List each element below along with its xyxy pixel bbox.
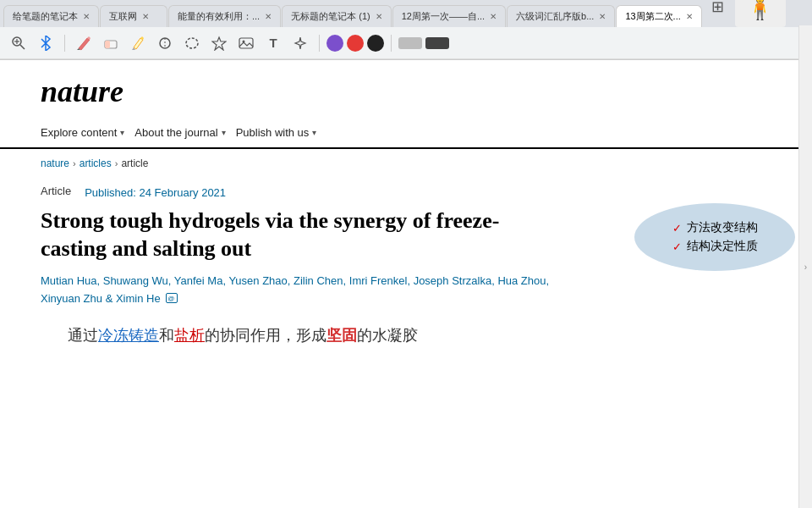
note-suffix: 的水凝胶 [357, 327, 418, 344]
annotation-text-2: 结构决定性质 [687, 239, 758, 254]
breadcrumb-nature[interactable]: nature [41, 157, 69, 169]
article-title: Strong tough hydrogels via the synergy o… [41, 207, 565, 262]
new-tab-button[interactable]: ⊞ [706, 0, 730, 19]
author-hua-zhou[interactable]: Hua Zhou [497, 274, 546, 287]
tab-1[interactable]: 给笔题的笔记本 ✕ [3, 5, 99, 27]
tab-7-label: 13周第二次... [625, 10, 680, 23]
page-content: nature Explore content ▾ About the journ… [0, 60, 812, 345]
nav-publish-with-us[interactable]: Publish with us ▾ [236, 119, 327, 147]
article-published-date[interactable]: Published: 24 February 2021 [85, 186, 226, 199]
tab-3-close[interactable]: ✕ [265, 12, 272, 21]
author-mutian-hua[interactable]: Mutian Hua [41, 274, 96, 287]
author-zilin-chen[interactable]: Zilin Chen [294, 274, 343, 287]
tab-2-close[interactable]: ✕ [142, 12, 149, 21]
breadcrumb-article: article [121, 157, 148, 169]
shapes-icon[interactable] [153, 31, 177, 55]
tab-1-label: 给笔题的笔记本 [13, 10, 78, 23]
breadcrumb-sep-2: › [115, 158, 118, 168]
tab-6[interactable]: 六级词汇乱序版b... ✕ [507, 5, 615, 27]
star-icon[interactable] [207, 31, 231, 55]
author-ximin-he[interactable]: Ximin He [116, 292, 161, 305]
annotation-text-1: 方法改变结构 [687, 220, 758, 235]
nav-about-journal-label: About the journal [134, 126, 217, 139]
note-term3: 坚固 [326, 327, 357, 344]
tab-7-close[interactable]: ✕ [686, 12, 693, 21]
nature-logo: nature [41, 74, 771, 109]
svg-marker-9 [212, 37, 226, 50]
nav-about-journal[interactable]: About the journal ▾ [134, 119, 235, 147]
nav-about-chevron: ▾ [222, 128, 226, 137]
note-term2: 盐析 [174, 327, 205, 344]
annotation-toolbar: T [0, 27, 812, 59]
note-middle2: 的协同作用，形成 [205, 327, 326, 344]
tab-2[interactable]: 互联网 ✕ [100, 5, 167, 27]
svg-rect-5 [105, 41, 110, 48]
author-xinyuan-zhu[interactable]: Xinyuan Zhu [41, 292, 102, 305]
pen-tool-icon[interactable] [72, 31, 96, 55]
line-color-dark[interactable] [425, 37, 449, 49]
sparkle-icon[interactable] [288, 31, 312, 55]
annotation-line-2: ✓ 结构决定性质 [672, 239, 758, 254]
author-yusen-zhao[interactable]: Yusen Zhao [228, 274, 287, 287]
author-email-icon[interactable] [166, 293, 178, 303]
image-icon[interactable] [234, 31, 258, 55]
color-black[interactable] [367, 35, 384, 52]
line-color-gray[interactable] [398, 37, 422, 49]
tab-6-close[interactable]: ✕ [599, 12, 606, 21]
tab-4-close[interactable]: ✕ [376, 12, 382, 21]
search-zoom-icon[interactable] [7, 31, 30, 55]
nature-header: nature Explore content ▾ About the journ… [0, 60, 812, 149]
color-purple[interactable] [326, 35, 343, 52]
annotation-bubble: ✓ 方法改变结构 ✓ 结构决定性质 [634, 203, 795, 271]
pencil-icon[interactable] [126, 31, 150, 55]
nav-explore-chevron: ▾ [120, 128, 124, 137]
breadcrumb: nature › articles › article [0, 149, 812, 178]
tab-3[interactable]: 能量的有效利用：... ✕ [168, 5, 281, 27]
eraser-icon[interactable] [99, 31, 123, 55]
toolbar-sep-3 [391, 35, 392, 52]
tab-2-label: 互联网 [109, 10, 137, 23]
nav-publish-label: Publish with us [236, 126, 310, 139]
tab-4[interactable]: 无标题的笔记本 (1) ✕ [282, 5, 392, 27]
color-red[interactable] [347, 35, 364, 52]
right-panel: › [798, 25, 812, 508]
text-icon[interactable]: T [261, 31, 285, 55]
nav-explore-content-label: Explore content [41, 126, 117, 139]
article-type-label: Article [41, 185, 71, 197]
nature-nav: Explore content ▾ About the journal ▾ Pu… [41, 119, 771, 147]
tab-1-close[interactable]: ✕ [83, 12, 90, 21]
check-icon-1: ✓ [672, 222, 682, 235]
tab-5-label: 12周第一次——自... [402, 10, 485, 23]
author-and: & [106, 292, 116, 305]
nav-publish-chevron: ▾ [312, 128, 316, 137]
lasso-icon[interactable] [180, 31, 204, 55]
note-middle1: 和 [159, 327, 174, 344]
author-yanfei-ma[interactable]: Yanfei Ma [174, 274, 223, 287]
tab-6-label: 六级词汇乱序版b... [516, 10, 594, 23]
user-avatar: 🧍 [735, 0, 786, 27]
author-imri-frenkel[interactable]: Imri Frenkel [349, 274, 408, 287]
toolbar-sep-2 [319, 35, 320, 52]
svg-rect-10 [239, 38, 253, 48]
author-joseph-strzalka[interactable]: Joseph Strzalka [414, 274, 492, 287]
chinese-annotation-note: 通过冷冻铸造和盐析的协同作用，形成坚固的水凝胶 [0, 308, 812, 345]
nav-explore-content[interactable]: Explore content ▾ [41, 119, 134, 147]
tab-7[interactable]: 13周第二次... ✕ [616, 5, 701, 27]
note-term1: 冷冻铸造 [98, 327, 159, 344]
author-shuwang-wu[interactable]: Shuwang Wu [103, 274, 168, 287]
tab-3-label: 能量的有效利用：... [178, 10, 260, 23]
tab-5[interactable]: 12周第一次——自... ✕ [392, 5, 506, 27]
tab-bar: 给笔题的笔记本 ✕ 互联网 ✕ 能量的有效利用：... ✕ 无标题的笔记本 (1… [0, 0, 812, 27]
bluetooth-icon[interactable] [34, 31, 58, 55]
tab-5-close[interactable]: ✕ [490, 12, 497, 21]
annotation-line-1: ✓ 方法改变结构 [672, 220, 758, 235]
note-prefix: 通过 [68, 327, 98, 344]
article-area: Article Published: 24 February 2021 Stro… [0, 178, 812, 308]
breadcrumb-sep-1: › [73, 158, 76, 168]
tab-4-label: 无标题的笔记本 (1) [291, 10, 370, 23]
article-authors: Mutian Hua, Shuwang Wu, Yanfei Ma, Yusen… [41, 273, 565, 308]
scroll-arrow-icon[interactable]: › [804, 262, 807, 272]
check-icon-2: ✓ [672, 240, 682, 253]
svg-point-8 [186, 38, 198, 48]
breadcrumb-articles[interactable]: articles [80, 157, 112, 169]
